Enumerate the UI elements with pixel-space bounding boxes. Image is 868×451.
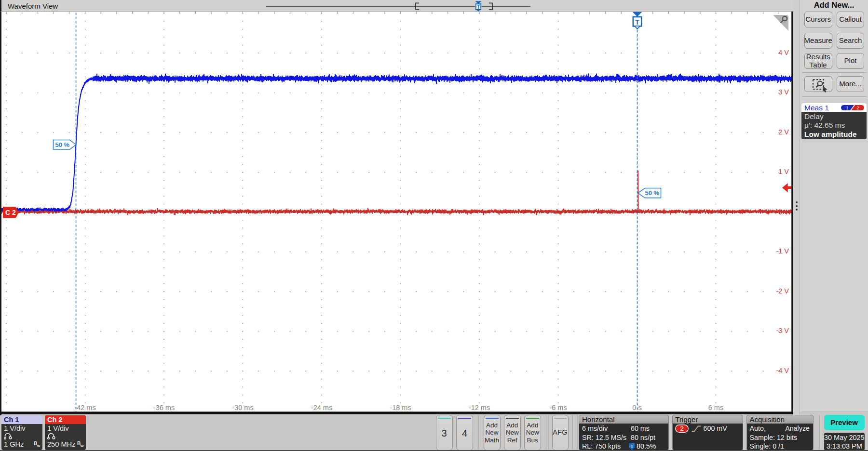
svg-text:4 V: 4 V [778,49,789,56]
svg-text:6 ms: 6 ms [708,404,723,411]
svg-text:-4 V: -4 V [776,367,789,374]
svg-text:w: w [80,444,84,448]
svg-text:50 %: 50 % [55,141,70,148]
svg-text:-1 V: -1 V [776,247,789,255]
svg-text:-3 V: -3 V [776,327,789,334]
svg-text:3 V: 3 V [778,88,789,96]
svg-text:1: 1 [846,105,848,110]
svg-text:-36 ms: -36 ms [153,404,175,411]
svg-text:T: T [635,18,639,26]
svg-text:2: 2 [680,425,684,432]
svg-text:1 V: 1 V [778,168,789,175]
svg-text:-24 ms: -24 ms [311,404,332,411]
svg-text:-30 ms: -30 ms [232,404,253,411]
svg-text:-42 ms: -42 ms [74,404,95,411]
svg-text:T: T [477,4,480,10]
svg-text:-6 ms: -6 ms [549,404,567,411]
svg-text:2 V: 2 V [778,128,789,136]
svg-text:-2 V: -2 V [776,287,789,295]
svg-text:-18 ms: -18 ms [390,404,411,411]
svg-text:2: 2 [856,105,859,110]
svg-text:w: w [37,444,41,448]
svg-text:C 2: C 2 [5,209,16,216]
svg-text:-12 ms: -12 ms [469,404,490,411]
svg-text:T: T [631,443,634,449]
svg-text:50 %: 50 % [645,189,660,197]
